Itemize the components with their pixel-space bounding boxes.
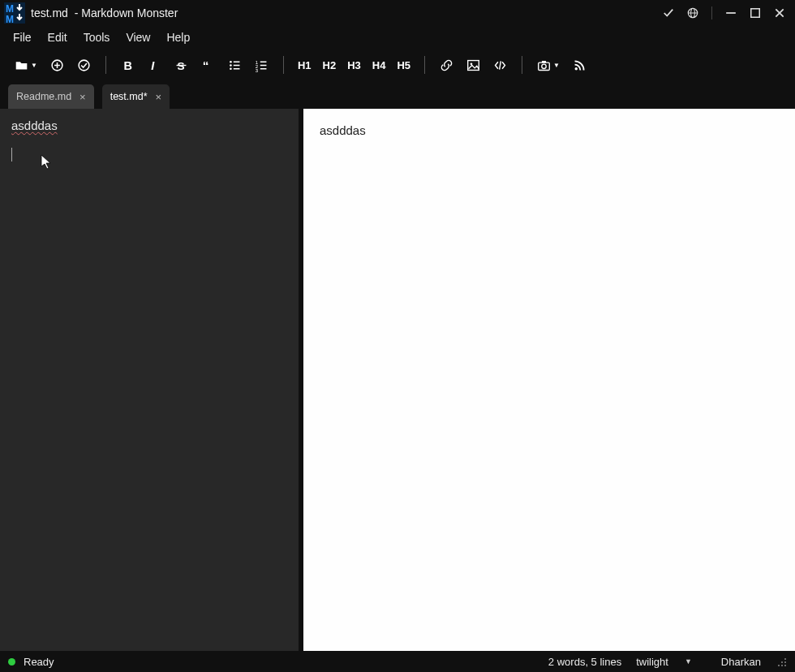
rss-button[interactable]	[566, 54, 593, 76]
new-file-button[interactable]	[44, 54, 71, 76]
status-indicator-icon	[8, 658, 15, 666]
preview-theme-label: Dharkan	[721, 656, 761, 668]
svg-point-21	[542, 64, 546, 68]
preview-theme-selector[interactable]: Dharkan	[707, 656, 776, 668]
svg-point-13	[230, 64, 232, 67]
menu-help[interactable]: Help	[158, 28, 198, 46]
mouse-pointer-icon	[41, 154, 52, 170]
svg-text:M: M	[6, 3, 14, 15]
svg-point-14	[230, 67, 232, 70]
editor-text-spellcheck[interactable]: asdddas	[11, 118, 58, 132]
chevron-down-icon: ▼	[31, 62, 37, 69]
text-cursor	[11, 148, 12, 162]
window-title-filename: test.md	[31, 6, 68, 19]
word-line-count: 2 words, 5 lines	[548, 656, 621, 668]
resize-grip-icon[interactable]	[776, 656, 787, 667]
toolbar-separator	[105, 56, 106, 74]
svg-point-12	[230, 60, 232, 62]
editor-pane[interactable]: asdddas	[0, 109, 299, 651]
preview-wrapper: asdddas	[299, 109, 795, 651]
bold-button[interactable]: B	[114, 54, 141, 76]
image-button[interactable]	[460, 54, 487, 76]
window-title-separator: -	[68, 6, 81, 19]
tab-close-icon[interactable]: ×	[80, 91, 86, 103]
separator-icon	[711, 6, 712, 19]
svg-text:B: B	[123, 58, 131, 71]
workspace: asdddas asdddas	[0, 109, 795, 651]
svg-point-23	[575, 67, 578, 70]
toolbar: ▼ B I S “ 123 H1 H2 H3 H4 H5 ▼	[0, 49, 795, 81]
toolbar-separator	[522, 56, 522, 74]
svg-point-25	[781, 661, 783, 663]
tab-label: test.md*	[110, 91, 148, 102]
heading1-button[interactable]: H1	[292, 59, 317, 71]
bullet-list-button[interactable]	[221, 54, 248, 76]
chevron-down-icon: ▼	[553, 62, 560, 69]
tab-close-icon[interactable]: ×	[156, 91, 162, 103]
svg-point-24	[784, 658, 786, 660]
status-text: Ready	[24, 656, 54, 668]
svg-rect-18	[468, 60, 479, 70]
italic-button[interactable]: I	[141, 54, 168, 76]
svg-point-26	[784, 661, 786, 663]
svg-rect-22	[542, 60, 546, 62]
svg-point-28	[781, 665, 783, 666]
app-logo-icon: MM	[3, 2, 26, 24]
tab-test[interactable]: test.md* ×	[102, 84, 170, 109]
menu-view[interactable]: View	[118, 28, 158, 46]
svg-text:“: “	[203, 58, 209, 72]
tab-label: Readme.md	[16, 91, 71, 102]
window-title-appname: Markdown Monster	[81, 6, 178, 19]
editor-theme-label: twilight	[636, 656, 668, 668]
minimize-button[interactable]	[725, 7, 737, 19]
save-button[interactable]	[71, 54, 97, 76]
strikethrough-button[interactable]: S	[168, 54, 195, 76]
numbered-list-button[interactable]: 123	[248, 54, 275, 76]
open-file-button[interactable]: ▼	[8, 54, 44, 76]
svg-point-27	[778, 665, 780, 666]
check-icon[interactable]	[663, 7, 674, 19]
preview-pane: asdddas	[303, 109, 795, 651]
svg-rect-5	[751, 9, 760, 18]
svg-point-29	[784, 665, 786, 666]
menu-tools[interactable]: Tools	[75, 28, 118, 46]
menu-file[interactable]: File	[5, 28, 40, 46]
screenshot-button[interactable]: ▼	[531, 54, 566, 76]
heading3-button[interactable]: H3	[342, 59, 367, 71]
svg-text:M: M	[6, 14, 14, 24]
svg-point-7	[79, 60, 89, 71]
tabbar: Readme.md × test.md* ×	[0, 81, 795, 109]
svg-text:I: I	[151, 58, 155, 71]
globe-icon[interactable]	[687, 7, 698, 19]
preview-text: asdddas	[320, 123, 366, 137]
menubar: File Edit Tools View Help	[0, 26, 795, 49]
toolbar-separator	[283, 56, 284, 74]
svg-text:3: 3	[256, 68, 259, 72]
close-button[interactable]	[774, 7, 785, 19]
link-button[interactable]	[433, 54, 460, 76]
statusbar: Ready 2 words, 5 lines twilight ▼ Dharka…	[0, 651, 795, 672]
tab-readme[interactable]: Readme.md ×	[8, 84, 94, 109]
maximize-button[interactable]	[750, 7, 761, 19]
menu-edit[interactable]: Edit	[40, 28, 75, 46]
editor-theme-selector[interactable]: twilight ▼	[621, 656, 707, 668]
code-button[interactable]	[487, 54, 514, 76]
toolbar-separator	[424, 56, 425, 74]
heading4-button[interactable]: H4	[367, 59, 392, 71]
heading5-button[interactable]: H5	[391, 59, 416, 71]
heading2-button[interactable]: H2	[317, 59, 342, 71]
chevron-down-icon: ▼	[685, 657, 692, 666]
quote-button[interactable]: “	[195, 54, 221, 76]
titlebar: MM test.md - Markdown Monster	[0, 0, 795, 26]
